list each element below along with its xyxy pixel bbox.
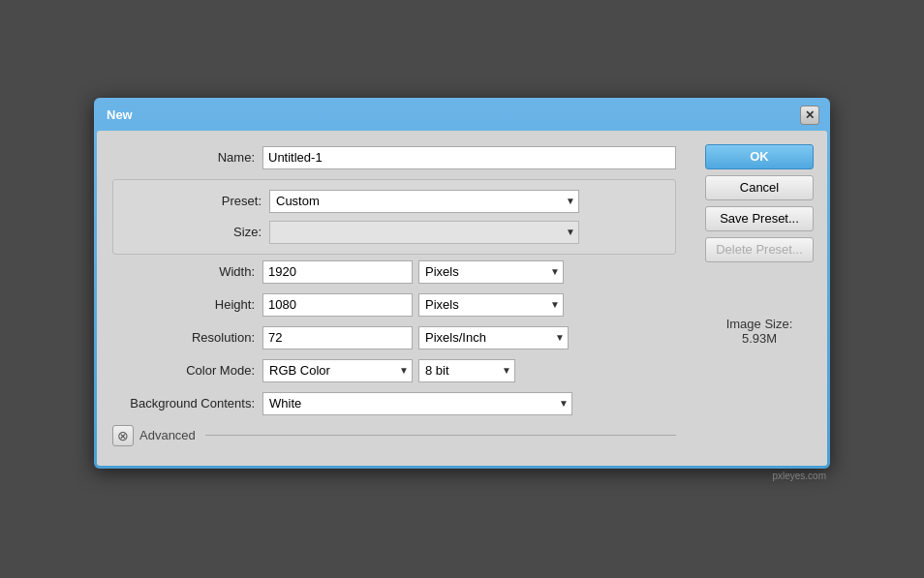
watermark: pxleyes.com	[94, 469, 830, 481]
bit-depth-select[interactable]: 8 bit16 bit32 bit	[418, 359, 515, 382]
advanced-toggle[interactable]: ⊗	[112, 425, 134, 446]
resolution-input[interactable]	[262, 326, 413, 350]
width-input[interactable]	[262, 260, 413, 284]
bg-contents-label: Background Contents:	[112, 396, 262, 411]
advanced-divider	[205, 435, 676, 436]
preset-select[interactable]: CustomDefault Photoshop SizeU.S. PaperIn…	[269, 190, 579, 213]
image-size-value: 5.93M	[705, 331, 814, 346]
dialog-title: New	[107, 107, 133, 122]
resolution-unit-select[interactable]: Pixels/InchPixels/Centimeter	[418, 326, 569, 350]
size-select[interactable]	[269, 221, 579, 244]
name-label: Name:	[112, 150, 262, 165]
size-label: Size:	[119, 225, 269, 239]
color-mode-select[interactable]: BitmapGrayscaleRGB ColorCMYK ColorLab Co…	[262, 359, 413, 382]
width-label: Width:	[112, 264, 262, 279]
cancel-button[interactable]: Cancel	[705, 175, 814, 200]
bg-contents-select[interactable]: WhiteBackground ColorTransparent	[262, 392, 572, 415]
preset-label: Preset:	[119, 194, 269, 208]
ok-button[interactable]: OK	[705, 144, 814, 169]
advanced-label: Advanced	[139, 428, 196, 442]
close-button[interactable]: ✕	[800, 106, 819, 125]
image-size-label: Image Size:	[705, 317, 814, 331]
color-mode-label: Color Mode:	[112, 363, 262, 378]
save-preset-button[interactable]: Save Preset...	[705, 206, 814, 231]
resolution-label: Resolution:	[112, 330, 262, 345]
height-input[interactable]	[262, 293, 413, 317]
name-input[interactable]	[262, 146, 676, 169]
height-unit-select[interactable]: PixelsInchesCentimetersMillimetersPoints…	[418, 293, 564, 317]
width-unit-select[interactable]: PixelsInchesCentimetersMillimetersPoints…	[418, 260, 564, 284]
height-label: Height:	[112, 297, 262, 312]
delete-preset-button[interactable]: Delete Preset...	[705, 237, 814, 262]
